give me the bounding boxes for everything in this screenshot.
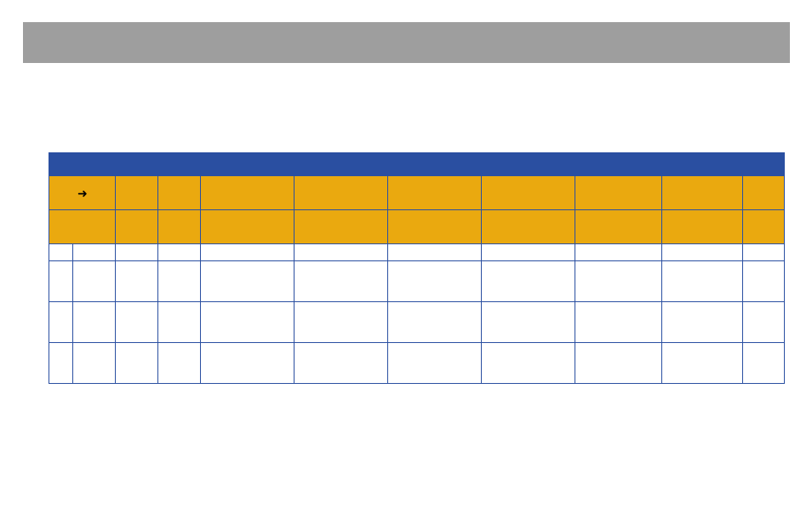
section-banner bbox=[23, 22, 790, 63]
cell bbox=[294, 302, 387, 343]
cell bbox=[575, 343, 661, 384]
cell bbox=[661, 343, 742, 384]
table-body bbox=[49, 244, 785, 384]
header-a-col4 bbox=[294, 176, 387, 210]
cell bbox=[661, 261, 742, 302]
header-b-col9 bbox=[742, 210, 785, 244]
cell bbox=[387, 343, 481, 384]
table-row bbox=[49, 302, 785, 343]
cell bbox=[115, 244, 157, 261]
cell bbox=[49, 261, 72, 302]
cell bbox=[294, 261, 387, 302]
cell bbox=[115, 261, 157, 302]
header-b-col1 bbox=[49, 210, 115, 244]
cell bbox=[387, 261, 481, 302]
table-row bbox=[49, 244, 785, 261]
cell bbox=[115, 343, 157, 384]
table-row bbox=[49, 343, 785, 384]
header-b-col7 bbox=[575, 210, 661, 244]
header-a-col7 bbox=[575, 176, 661, 210]
cell bbox=[742, 261, 785, 302]
header-b-col6 bbox=[481, 210, 575, 244]
cell bbox=[575, 302, 661, 343]
cell bbox=[481, 302, 575, 343]
table-header: ➜ bbox=[49, 176, 785, 244]
cell bbox=[294, 244, 387, 261]
arrow-right-icon: ➜ bbox=[77, 187, 88, 199]
cell bbox=[49, 244, 72, 261]
cell bbox=[72, 343, 115, 384]
cell bbox=[200, 343, 294, 384]
header-a-col2b bbox=[157, 176, 200, 210]
header-b-col2b bbox=[157, 210, 200, 244]
table-header-row-1: ➜ bbox=[49, 176, 785, 210]
cell bbox=[157, 261, 200, 302]
cell bbox=[72, 244, 115, 261]
header-b-col4 bbox=[294, 210, 387, 244]
cell bbox=[157, 343, 200, 384]
header-b-col3 bbox=[200, 210, 294, 244]
cell bbox=[661, 302, 742, 343]
cell bbox=[387, 244, 481, 261]
cell bbox=[157, 302, 200, 343]
data-table: ➜ bbox=[49, 152, 785, 384]
header-a-col3 bbox=[200, 176, 294, 210]
cell bbox=[157, 244, 200, 261]
cell bbox=[742, 244, 785, 261]
table-header-row-2 bbox=[49, 210, 785, 244]
table-title-band bbox=[49, 152, 785, 176]
cell bbox=[49, 343, 72, 384]
cell bbox=[387, 302, 481, 343]
header-a-col8 bbox=[661, 176, 742, 210]
cell bbox=[72, 302, 115, 343]
table-row bbox=[49, 261, 785, 302]
header-arrow-cell: ➜ bbox=[49, 176, 115, 210]
cell bbox=[481, 261, 575, 302]
cell bbox=[115, 302, 157, 343]
cell bbox=[575, 244, 661, 261]
header-b-col5 bbox=[387, 210, 481, 244]
cell bbox=[72, 261, 115, 302]
header-a-col6 bbox=[481, 176, 575, 210]
cell bbox=[294, 343, 387, 384]
cell bbox=[742, 343, 785, 384]
cell bbox=[49, 302, 72, 343]
header-a-col9 bbox=[742, 176, 785, 210]
cell bbox=[742, 302, 785, 343]
header-a-col5 bbox=[387, 176, 481, 210]
cell bbox=[575, 261, 661, 302]
header-b-col8 bbox=[661, 210, 742, 244]
cell bbox=[200, 302, 294, 343]
header-a-col2 bbox=[115, 176, 157, 210]
cell bbox=[481, 244, 575, 261]
cell bbox=[200, 244, 294, 261]
cell bbox=[661, 244, 742, 261]
cell bbox=[200, 261, 294, 302]
cell bbox=[481, 343, 575, 384]
header-b-col2 bbox=[115, 210, 157, 244]
